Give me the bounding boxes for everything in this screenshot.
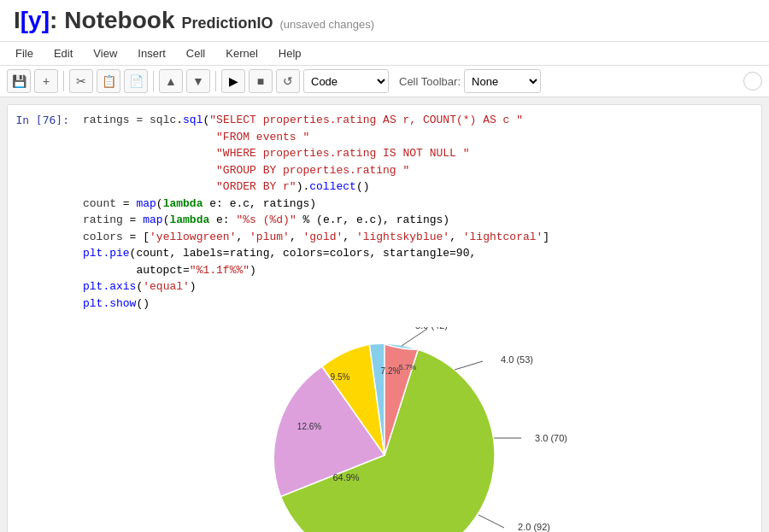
pct-label-4: 7.2% — [381, 366, 401, 376]
label-text-5: 5.0 (42) — [415, 327, 448, 330]
stop-button[interactable]: ■ — [249, 69, 273, 93]
pct-label-1: 64.9% — [332, 472, 359, 482]
run-button[interactable]: ▶ — [221, 69, 245, 93]
cut-button[interactable]: ✂ — [69, 69, 93, 93]
cell-type-select[interactable]: Code — [303, 69, 389, 93]
paste-button[interactable]: 📄 — [124, 69, 148, 93]
cell-toolbar-select[interactable]: None — [464, 69, 541, 93]
label-text-4: 4.0 (53) — [501, 354, 533, 365]
chart-output-area: 5.0 (42) 4.0 (53) 3.0 (70) 2.0 (92) 1.0 … — [8, 319, 761, 532]
save-button[interactable]: 💾 — [7, 69, 31, 93]
menu-help[interactable]: Help — [270, 44, 310, 63]
notebook-main: In [76]: ratings = sqlc.sql("SELECT prop… — [7, 104, 762, 532]
title-notebook-text: Notebook — [64, 7, 174, 34]
pct-label-5: 5.7% — [399, 363, 417, 371]
menu-file[interactable]: File — [7, 44, 42, 63]
label-line-2 — [478, 515, 504, 528]
title-app-name: PredictionIO — [181, 15, 273, 32]
menu-view[interactable]: View — [85, 44, 126, 63]
label-line-4 — [455, 361, 483, 370]
pie-chart: 5.0 (42) 4.0 (53) 3.0 (70) 2.0 (92) 1.0 … — [188, 327, 581, 532]
copy-button[interactable]: 📋 — [97, 69, 120, 93]
toolbar-separator-2 — [153, 71, 154, 91]
toolbar: 💾 + ✂ 📋 📄 ▲ ▼ ▶ ■ ↺ Code Cell Toolbar: N… — [0, 66, 769, 97]
title-logo-bracket: [y] — [21, 7, 50, 33]
add-cell-button[interactable]: + — [34, 69, 58, 93]
label-line-5 — [402, 329, 427, 346]
toolbar-separator-3 — [215, 71, 216, 91]
menu-insert[interactable]: Insert — [129, 44, 174, 63]
move-up-button[interactable]: ▲ — [159, 69, 183, 93]
menu-bar: File Edit View Insert Cell Kernel Help — [0, 42, 769, 66]
title-logo: I[y]: — [14, 7, 57, 34]
cell-execution-count: In [76]: — [8, 108, 76, 315]
code-content[interactable]: ratings = sqlc.sql("SELECT properties.ra… — [76, 108, 761, 315]
label-text-3: 3.0 (70) — [535, 433, 567, 443]
code-cell-76: In [76]: ratings = sqlc.sql("SELECT prop… — [8, 105, 761, 319]
pct-label-2: 12.6% — [297, 422, 321, 431]
title-bar: I[y]: Notebook PredictionIO (unsaved cha… — [0, 0, 769, 42]
label-text-2: 2.0 (92) — [518, 522, 550, 532]
move-down-button[interactable]: ▼ — [186, 69, 210, 93]
menu-cell[interactable]: Cell — [178, 44, 214, 63]
kernel-indicator — [743, 72, 762, 91]
cell-toolbar-label: Cell Toolbar: — [399, 75, 461, 88]
pct-label-3: 9.5% — [331, 372, 350, 382]
title-unsaved-indicator: (unsaved changes) — [279, 18, 374, 31]
restart-button[interactable]: ↺ — [276, 69, 300, 93]
toolbar-separator-1 — [63, 71, 64, 91]
menu-kernel[interactable]: Kernel — [217, 44, 267, 63]
menu-edit[interactable]: Edit — [45, 44, 81, 63]
